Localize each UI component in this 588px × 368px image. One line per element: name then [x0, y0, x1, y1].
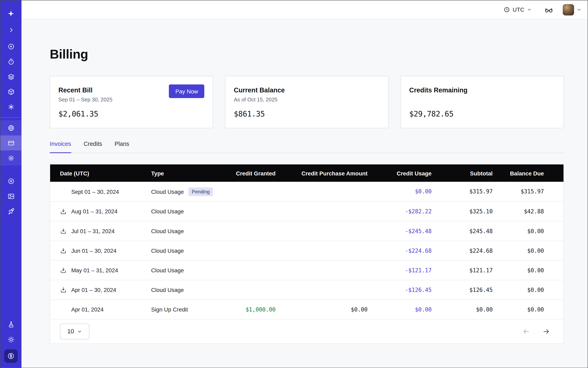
image-icon [7, 193, 15, 200]
invoice-date: Aug 01 – 31, 2024 [71, 208, 118, 214]
main-content: Billing Recent Bill Sep 01 – Sep 30, 202… [21, 19, 588, 368]
user-avatar [563, 4, 574, 15]
invoice-date: May 01 – 31, 2024 [71, 267, 118, 273]
sidebar-item-rocket[interactable] [0, 203, 22, 219]
invoice-date: Sept 01 – 30, 2024 [71, 188, 119, 195]
user-menu[interactable] [563, 4, 581, 15]
table-row: Apr 01 – 30, 2024 Cloud Usage -$126.45 $… [50, 280, 563, 299]
reader-mode-button[interactable] [544, 5, 553, 14]
sidebar-item-target[interactable] [0, 39, 22, 54]
download-icon [60, 247, 67, 254]
sidebar-item-globe[interactable] [0, 120, 22, 136]
download-placeholder [60, 306, 67, 313]
download-invoice-button[interactable] [60, 267, 67, 274]
card-title: Credits Remaining [409, 86, 555, 94]
sidebar-item-cancel[interactable] [0, 173, 22, 188]
card-subtitle: As of Oct 15, 2025 [234, 96, 380, 104]
tab-credits[interactable]: Credits [84, 141, 102, 153]
balance-due: $0.00 [493, 286, 563, 293]
download-invoice-button[interactable] [60, 247, 67, 254]
sidebar-item-billing[interactable] [0, 136, 22, 151]
rocket-icon [7, 208, 15, 215]
sidebar-item-expand[interactable] [0, 22, 22, 37]
sidebar-item-labs[interactable] [0, 317, 22, 332]
clock-icon [504, 6, 510, 13]
cube-icon [7, 88, 15, 95]
table-header: Date (UTC) Type Credit Granted Credit Pu… [50, 165, 563, 182]
target-icon [7, 43, 15, 50]
chevron-down-icon [577, 7, 582, 12]
sidebar-item-settings[interactable] [0, 151, 22, 166]
subtotal: $224.68 [432, 247, 493, 254]
sidebar-item-layers[interactable] [0, 69, 22, 84]
asterisk-icon [7, 103, 15, 110]
subtotal: $121.17 [432, 267, 493, 274]
subtotal: $0.00 [432, 306, 493, 313]
sidebar-item-media[interactable] [0, 188, 22, 203]
column-header: Credit Purchase Amount [275, 170, 367, 176]
pay-now-button[interactable]: Pay Now [169, 84, 205, 98]
invoice-type: Cloud Usage [151, 267, 184, 273]
table-row: Sept 01 – 30, 2024 Cloud Usage Pending $… [50, 182, 563, 201]
card-subtitle [409, 96, 555, 104]
glasses-icon [544, 5, 553, 14]
column-header: Balance Due [493, 170, 563, 176]
subtotal: $126.45 [432, 286, 493, 293]
credit-card-icon [7, 139, 15, 147]
timezone-selector[interactable]: UTC [504, 6, 532, 13]
page-size-select[interactable]: 10 [60, 323, 89, 340]
card-amount: $861.35 [234, 109, 380, 118]
next-page-button[interactable] [542, 328, 550, 335]
download-invoice-button[interactable] [60, 208, 67, 215]
tab-invoices[interactable]: Invoices [50, 141, 71, 153]
credit-usage: $0.00 [368, 188, 432, 195]
credit-purchase-amount: $0.00 [275, 306, 367, 313]
credit-usage: $0.00 [368, 306, 432, 313]
sidebar-item-cube[interactable] [0, 84, 22, 99]
subtotal: $245.48 [432, 228, 493, 234]
sun-icon [7, 336, 15, 343]
sidebar-item-asterisk[interactable] [0, 99, 22, 114]
topbar: UTC [21, 0, 588, 19]
sidebar-item-currency[interactable] [4, 349, 18, 363]
flask-icon [7, 321, 15, 328]
arrow-left-icon [522, 328, 530, 335]
previous-page-button[interactable] [522, 328, 530, 335]
arrow-right-icon [542, 328, 550, 335]
download-placeholder [60, 188, 67, 195]
invoice-type: Cloud Usage [151, 188, 184, 195]
download-icon [60, 267, 67, 274]
credit-granted: $1,000.00 [219, 306, 275, 313]
invoice-date: Apr 01 – 30, 2024 [71, 287, 116, 293]
sidebar-item-theme[interactable] [0, 332, 22, 347]
invoice-date: Jun 01 – 30, 2024 [71, 248, 117, 254]
layers-icon [7, 73, 15, 80]
sidebar-item-timer[interactable] [0, 54, 22, 69]
app-logo[interactable] [0, 6, 22, 21]
credit-usage: -$121.17 [368, 267, 432, 274]
credit-usage: -$224.68 [368, 247, 432, 254]
tab-plans[interactable]: Plans [115, 141, 129, 153]
column-header: Credit Granted [219, 170, 275, 176]
download-invoice-button[interactable] [60, 286, 67, 293]
table-row: Apr 01, 2024 Sign Up Credit $1,000.00 $0… [50, 299, 563, 319]
invoice-date: Jul 01 – 31, 2024 [71, 228, 115, 234]
gear-icon [7, 154, 15, 162]
invoice-type: Cloud Usage [151, 248, 184, 254]
timer-icon [7, 58, 15, 65]
timezone-label: UTC [513, 6, 525, 13]
download-icon [60, 208, 67, 215]
chevron-down-icon [77, 329, 82, 334]
summary-cards: Recent Bill Sep 01 – Sep 30, 2025 $2,061… [50, 76, 564, 128]
download-icon [60, 228, 67, 234]
invoice-type: Cloud Usage [151, 228, 184, 234]
table-footer: 10 [50, 319, 563, 343]
download-invoice-button[interactable] [60, 228, 67, 234]
table-row: May 01 – 31, 2024 Cloud Usage -$121.17 $… [50, 260, 563, 280]
invoice-type: Sign Up Credit [151, 306, 188, 313]
sidebar-divider [0, 117, 22, 118]
sparkle-logo-icon [7, 10, 15, 17]
circle-x-icon [7, 177, 15, 185]
balance-due: $42.88 [493, 208, 563, 215]
card-recent-bill: Recent Bill Sep 01 – Sep 30, 2025 $2,061… [50, 76, 213, 128]
